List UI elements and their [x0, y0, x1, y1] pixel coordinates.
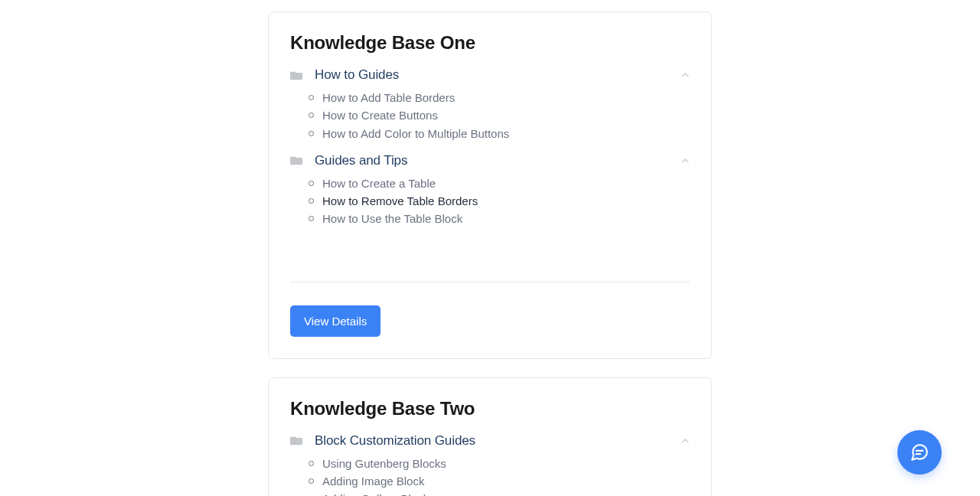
folder-icon: [290, 155, 302, 166]
chevron-up-icon: [681, 156, 690, 165]
chat-fab-button[interactable]: [897, 430, 942, 475]
article-item[interactable]: How to Use the Table Block: [309, 210, 690, 227]
chat-icon: [910, 442, 929, 462]
folder-icon: [290, 436, 302, 446]
section-label: Block Customization Guides: [315, 433, 668, 449]
folder-icon: [290, 70, 302, 81]
section-header[interactable]: Block Customization Guides: [290, 433, 690, 449]
section-header[interactable]: Guides and Tips: [290, 153, 690, 168]
section-label: How to Guides: [315, 67, 668, 83]
chevron-up-icon: [681, 436, 690, 445]
section-header[interactable]: How to Guides: [290, 67, 690, 83]
section-how-to-guides: How to Guides How to Add Table Borders H…: [290, 67, 690, 142]
article-item[interactable]: Adding Image Block: [309, 472, 690, 490]
article-item[interactable]: How to Remove Table Borders: [309, 192, 690, 210]
article-item[interactable]: How to Add Table Borders: [309, 89, 690, 106]
section-block-customization: Block Customization Guides Using Gutenbe…: [290, 433, 690, 497]
article-item[interactable]: How to Create Buttons: [309, 106, 690, 124]
section-guides-and-tips: Guides and Tips How to Create a Table Ho…: [290, 153, 690, 228]
article-list: How to Add Table Borders How to Create B…: [309, 89, 690, 142]
card-title: Knowledge Base Two: [290, 398, 690, 419]
article-item[interactable]: How to Add Color to Multiple Buttons: [309, 125, 690, 142]
article-item[interactable]: Adding Gallery Block: [309, 490, 690, 496]
article-list: Using Gutenberg Blocks Adding Image Bloc…: [309, 455, 690, 497]
article-item[interactable]: How to Create a Table: [309, 175, 690, 192]
kb-card-one: Knowledge Base One How to Guides How to …: [268, 11, 712, 359]
section-label: Guides and Tips: [315, 153, 668, 168]
kb-card-two: Knowledge Base Two Block Customization G…: [268, 377, 712, 497]
card-title: Knowledge Base One: [290, 32, 690, 54]
article-list: How to Create a Table How to Remove Tabl…: [309, 175, 690, 228]
chevron-up-icon: [681, 70, 690, 80]
article-item[interactable]: Using Gutenberg Blocks: [309, 455, 690, 472]
knowledge-base-container: Knowledge Base One How to Guides How to …: [268, 0, 712, 496]
view-details-button[interactable]: View Details: [290, 305, 381, 337]
divider: [290, 282, 690, 282]
